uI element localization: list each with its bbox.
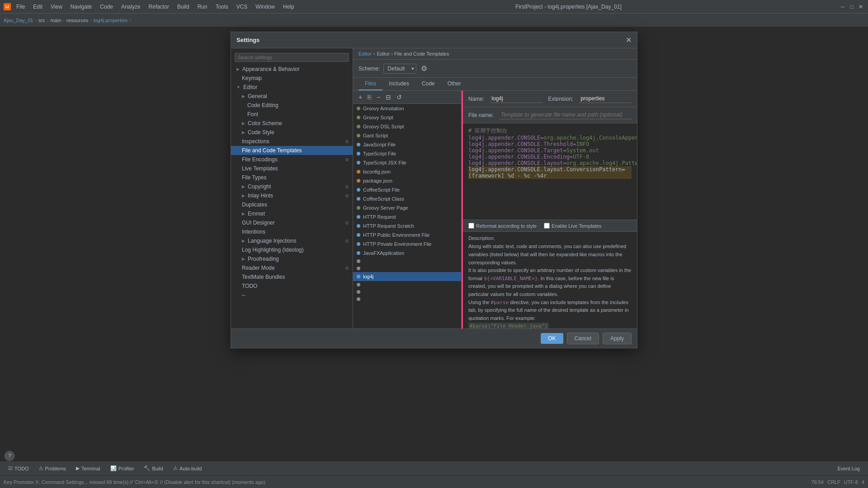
tree-item-log-highlighting[interactable]: Log Highlighting (Ideolog) [231,245,353,254]
tree-item-inspections[interactable]: Inspections ⚙ [231,137,353,146]
restore-template-button[interactable]: ↺ [395,93,404,102]
tree-item-color-scheme[interactable]: ▶ Color Scheme [231,119,353,128]
tab-code[interactable]: Code [415,78,441,90]
tab-other[interactable]: Other [441,78,467,90]
template-item-log4j[interactable]: log4j [353,272,461,281]
cancel-button[interactable]: Cancel [567,333,599,344]
menu-window[interactable]: Window [252,3,278,11]
tree-item-general[interactable]: ▶ General [231,92,353,101]
menu-edit[interactable]: Edit [29,3,46,11]
template-item-http-public[interactable]: HTTP Public Environment File [353,230,461,239]
description-text: Along with static text, code and comment… [468,243,632,328]
menu-view[interactable]: View [47,3,66,11]
template-item-empty2[interactable] [353,265,461,272]
code-editor[interactable]: # 应用于控制台 log4j.appender.CONSOLE=org.apac… [463,123,637,220]
settings-search-input[interactable] [235,53,349,62]
tree-item-language-injections[interactable]: ▶ Language Injections ⚙ [231,236,353,245]
reformat-checkbox[interactable]: Reformat according to style [468,223,537,229]
tree-item-keymap[interactable]: Keymap [231,74,353,83]
menu-build[interactable]: Build [174,3,193,11]
minimize-button[interactable]: ─ [839,3,846,10]
template-item-groovy-server[interactable]: Groovy Server Page [353,203,461,212]
template-item-empty1[interactable] [353,258,461,265]
close-button[interactable]: ✕ [857,3,864,10]
bottom-tab-todo[interactable]: ☑ TODO [4,464,33,473]
tree-item-editor[interactable]: ▼ Editor [231,83,353,92]
tree-item-appearance[interactable]: ▶ Appearance & Behavior [231,65,353,74]
template-item-groovy-dsl[interactable]: Groovy DSL Script [353,122,461,131]
tree-item-textmate-bundles[interactable]: TextMate Bundles [231,272,353,282]
template-item-gant-script[interactable]: Gant Script [353,131,461,140]
template-item-typescript[interactable]: TypeScript File [353,149,461,158]
tree-item-emmet[interactable]: ▶ Emmet [231,209,353,218]
template-item-empty5[interactable] [353,296,461,303]
code-line-4: log4j.appender.CONSOLE.Encoding=UTF-8 [468,154,632,160]
bottom-tab-event-log[interactable]: Event Log [833,464,864,473]
copy-template-button[interactable]: ⎘ [366,93,373,102]
apply-button[interactable]: Apply [603,333,632,344]
template-item-empty4[interactable] [353,288,461,296]
template-toolbar: + ⎘ − ⊟ ↺ [353,91,461,104]
template-item-http-scratch[interactable]: HTTP Request Scratch [353,221,461,230]
menu-vcs[interactable]: VCS [233,3,251,11]
template-item-package-json[interactable]: package.json [353,176,461,185]
tree-item-font[interactable]: Font [231,110,353,119]
template-item-coffeescript-class[interactable]: CoffeeScript Class [353,194,461,203]
menu-code[interactable]: Code [96,3,117,11]
menu-run[interactable]: Run [194,3,211,11]
template-item-javascript[interactable]: JavaScript File [353,140,461,149]
name-input[interactable] [490,94,542,103]
tree-item-todo[interactable]: TODO [231,282,353,291]
ok-button[interactable]: OK [541,333,563,344]
add-template-button[interactable]: + [357,93,364,102]
tree-item-code-editing[interactable]: Code Editing [231,101,353,110]
template-item-tsconfig[interactable]: tsconfig.json [353,167,461,176]
tree-item-code-style[interactable]: ▶ Code Style [231,128,353,137]
template-item-groovy-annotation[interactable]: Groovy Annotation [353,104,461,113]
code-line-1: log4j.appender.CONSOLE=org.apache.log4j.… [468,135,632,141]
tree-item-intentions[interactable]: Intentions [231,227,353,236]
menu-file[interactable]: File [13,3,28,11]
template-item-typescript-jsx[interactable]: TypeScript JSX File [353,158,461,167]
template-item-empty3[interactable] [353,281,461,288]
bottom-tab-profiler[interactable]: 📊 Profiler [106,464,139,473]
tree-item-proofreading[interactable]: ▶ Proofreading [231,254,353,263]
tab-includes[interactable]: Includes [382,78,415,90]
menu-analyze[interactable]: Analyze [118,3,144,11]
bottom-tab-problems[interactable]: ⚠ Problems [34,464,71,473]
maximize-button[interactable]: □ [848,3,855,10]
extension-input[interactable] [579,94,632,103]
menu-navigate[interactable]: Navigate [67,3,95,11]
tree-item-reader-mode[interactable]: Reader Mode ⚙ [231,263,353,272]
menu-refactor[interactable]: Refactor [145,3,173,11]
scheme-gear-button[interactable]: ⚙ [420,63,428,74]
template-item-coffeescript[interactable]: CoffeeScript File [353,185,461,194]
tree-item-gui-designer[interactable]: GUI Designer ⚙ [231,218,353,227]
code-line-2: log4j.appender.CONSOLE.Threshold=INFO [468,141,632,147]
tab-files[interactable]: Files [359,78,382,90]
bottom-tab-terminal[interactable]: ▶ Terminal [71,464,105,473]
bottom-tab-build[interactable]: 🔨 Build [139,464,167,473]
bottom-tab-autobuild[interactable]: ⚠ Auto-build [169,464,207,473]
template-item-javafx[interactable]: JavaFXApplication [353,249,461,258]
live-templates-checkbox[interactable]: Enable Live Templates [544,223,601,229]
tree-item-duplicates[interactable]: Duplicates [231,200,353,209]
dialog-close-button[interactable]: ✕ [626,36,632,44]
menu-tools[interactable]: Tools [212,3,232,11]
template-item-groovy-script[interactable]: Groovy Script [353,113,461,122]
menu-help[interactable]: Help [279,3,298,11]
tree-item-live-templates[interactable]: Live Templates [231,164,353,173]
tree-item-file-types[interactable]: File Types [231,173,353,182]
filename-input[interactable] [499,111,632,119]
tree-item-copyright[interactable]: ▶ Copyright ⚙ [231,182,353,191]
name-ext-row: Name: Extension: [463,91,637,107]
help-button[interactable]: ? [5,451,14,461]
scheme-select[interactable]: Default [383,64,416,74]
remove-template-button[interactable]: − [375,93,382,102]
reset-template-button[interactable]: ⊟ [384,93,393,102]
tree-item-inlay-hints[interactable]: ▶ Inlay Hints ⚙ [231,191,353,200]
template-item-http-private[interactable]: HTTP Private Environment File [353,239,461,249]
tree-item-file-code-templates[interactable]: File and Code Templates [231,146,353,155]
tree-item-file-encodings[interactable]: File Encodings ⚙ [231,155,353,164]
template-item-http-request[interactable]: HTTP Request [353,212,461,221]
